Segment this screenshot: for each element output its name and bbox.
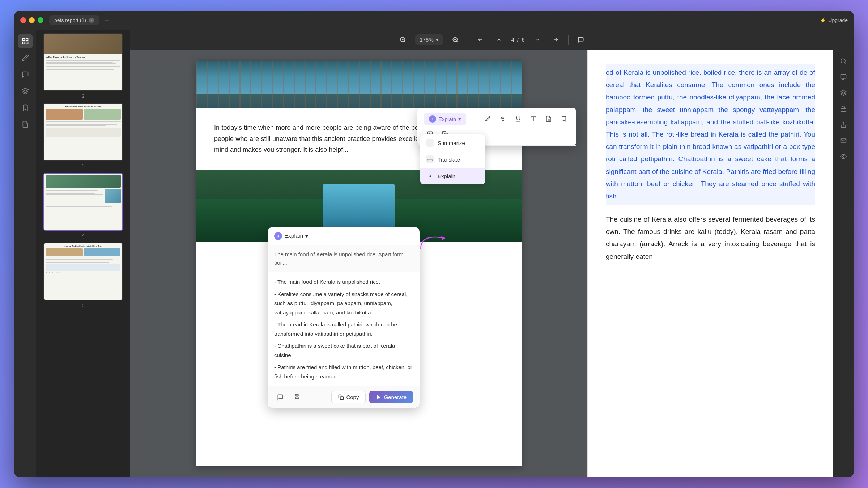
lock-icon-right[interactable] [837,102,850,116]
pdf-view[interactable]: In today's time when more and more peopl… [130,50,587,477]
toolbar-separator-2 [568,35,569,45]
zoom-display[interactable]: 178% ▾ [415,34,443,45]
eye-icon-right[interactable] [837,150,850,163]
toolbar-separator-1 [468,35,468,45]
add-tab-button[interactable]: + [102,15,112,25]
explain-box-dropdown[interactable]: ✦ Explain ▾ [274,232,308,240]
thumb3-images [46,109,121,120]
note-action-button[interactable] [542,113,555,125]
explain-footer: Copy Generate [268,386,420,408]
thumbnail-number-3: 3 [82,163,84,168]
ai-icon: ✦ [429,115,436,123]
explain-dropdown-label: Explain [438,173,455,179]
thumb3-title: A Key Phase in the History of Tourism [46,105,121,107]
page-total: 6 [522,37,524,43]
dropdown-summarize[interactable]: ≡ Summarize [420,134,485,151]
explain-icon: ✦ [426,172,434,180]
page-down-button[interactable] [531,33,544,46]
thumb2-content: A Key Phase in the History of Tourism [44,54,122,90]
thumb5-chart [46,264,120,271]
tab-close-button[interactable]: × [89,18,94,23]
explain-feedback-button[interactable] [274,391,286,403]
sidebar-item-pen[interactable] [18,51,33,65]
svg-point-34 [843,156,844,158]
page-last-button[interactable] [549,33,562,46]
text-action-button[interactable] [527,113,540,125]
svg-line-6 [404,41,405,42]
svg-line-27 [844,62,846,63]
page-up-button[interactable] [493,33,506,46]
strikethrough-action-button[interactable] [497,113,509,125]
summarize-label: Summarize [438,140,465,146]
share-icon-right[interactable] [837,118,850,132]
bookmark-action-button[interactable] [558,113,570,125]
summarize-icon: ≡ [426,139,434,147]
ai-toolbar-header: ✦ Explain ▾ ≡ Summarize [417,108,576,146]
thumbnail-item-5[interactable]: Improve Working Productivity in Using Ap… [40,243,127,308]
svg-rect-1 [26,39,28,41]
explain-result-1: - The main food of Kerala is unpolished … [274,277,413,287]
thumbnail-card-5[interactable]: Improve Working Productivity in Using Ap… [43,243,123,300]
fullscreen-button[interactable] [38,17,43,23]
upgrade-icon: ⚡ [820,17,826,23]
zoom-in-button[interactable] [449,33,462,46]
generate-button[interactable]: Generate [369,391,413,403]
thumb5-content: Improve Working Productivity in Using Ap… [44,243,122,300]
explain-button[interactable]: ✦ Explain ▾ [424,113,466,125]
thumb3-img-2 [84,109,121,120]
zoom-value: 178% [420,37,433,43]
main-layout: A Key Phase in the History of Tourism 2 [14,30,854,477]
pages-icon-right[interactable] [837,70,850,84]
svg-rect-32 [841,108,846,111]
explain-footer-left [274,391,303,403]
thumbnail-item-2[interactable]: A Key Phase in the History of Tourism 2 [40,33,127,99]
right-panel: od of Kerala is unpolished rice. boiled … [587,50,833,477]
thumb4-bottom-row [46,189,121,203]
layers-icon-right[interactable] [837,86,850,100]
email-icon-right[interactable] [837,134,850,147]
ai-toolbar: ✦ Explain ▾ ≡ Summarize [417,108,576,146]
sidebar-item-pages[interactable] [18,117,33,132]
right-icon-bar [833,50,854,477]
explain-box-title: Explain [284,233,303,239]
explain-result-2: - Keralites consume a variety of snacks … [274,290,413,317]
close-button[interactable] [20,17,26,23]
minimize-button[interactable] [29,17,35,23]
comment-toolbar-button[interactable] [574,33,587,46]
explain-pin-button[interactable] [291,391,303,403]
thumbnail-card-3[interactable]: A Key Phase in the History of Tourism [43,103,123,161]
copy-button[interactable]: Copy [331,391,366,403]
thumb4-right-image [105,189,121,203]
generate-label: Generate [384,394,407,400]
thumb2-header-image [44,34,122,54]
search-icon-right[interactable] [837,54,850,68]
copy-label: Copy [346,394,359,400]
thumbnail-item-3[interactable]: A Key Phase in the History of Tourism [40,103,127,168]
underline-action-button[interactable] [512,113,524,125]
sidebar-item-layers[interactable] [18,84,33,98]
svg-rect-2 [23,42,25,44]
sidebar-item-thumbnails[interactable] [18,34,33,48]
translate-label: Translate [438,157,460,163]
sidebar-item-comment[interactable] [18,67,33,82]
svg-rect-28 [841,74,846,78]
explain-result-4: - Chattipathiri is a sweet cake that is … [274,341,413,360]
sidebar-item-bookmark[interactable] [18,100,33,115]
active-tab[interactable]: pets report (1) × [49,15,99,25]
tab-bar: pets report (1) × + [49,15,820,25]
highlight-action-button[interactable] [482,113,494,125]
thumbnail-number-2: 2 [82,93,84,99]
right-highlighted-text: od of Kerala is unpolished rice. boiled … [606,64,815,205]
thumbnail-item-4[interactable]: 4 [40,173,127,238]
thumbnail-card-4[interactable] [43,173,123,231]
zoom-out-button[interactable] [396,33,409,46]
thumbnail-number-4: 4 [82,233,84,238]
thumbnail-card-2[interactable]: A Key Phase in the History of Tourism [43,33,123,91]
svg-line-9 [456,41,458,42]
dropdown-translate[interactable]: ⟺ Translate [420,151,485,168]
page-first-button[interactable] [474,33,487,46]
dropdown-explain[interactable]: ✦ Explain [420,168,485,184]
thumb5-lines [46,258,120,263]
upgrade-button[interactable]: ⚡ Upgrade [820,17,848,23]
thumb3-content: A Key Phase in the History of Tourism [44,104,122,160]
